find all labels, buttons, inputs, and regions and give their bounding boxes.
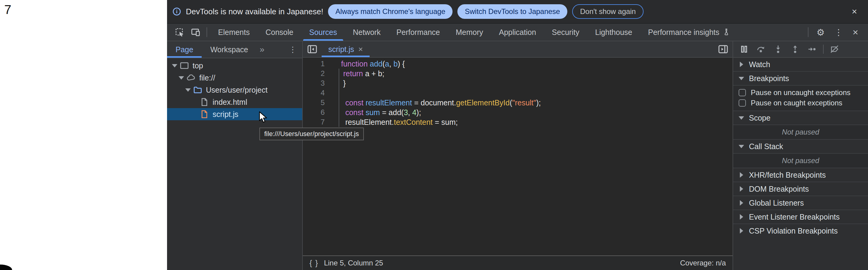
debugger-toolbar xyxy=(733,41,868,58)
debugger-sections: Watch Breakpoints Pause on uncaught exce… xyxy=(733,58,868,270)
section-breakpoints[interactable]: Breakpoints xyxy=(733,71,868,85)
inspect-element-icon[interactable] xyxy=(172,24,188,41)
editor-pane: script.js × 1function add(a, b) { 2 retu… xyxy=(303,41,733,270)
page-indicator: 7 xyxy=(4,2,11,17)
deactivate-breakpoints-icon[interactable] xyxy=(827,42,842,56)
mouse-cursor xyxy=(259,111,268,123)
code-text: function add(a, b) { xyxy=(325,60,405,68)
code-line: 7 resultElement.textContent = sum; xyxy=(303,117,733,127)
section-dom-breakpoints[interactable]: DOM Breakpoints xyxy=(733,182,868,196)
infobar-close-icon[interactable]: × xyxy=(849,6,860,17)
tree-row-top[interactable]: top xyxy=(167,60,302,72)
line-number: 4 xyxy=(303,89,325,97)
editor-tab-close-icon[interactable]: × xyxy=(359,45,363,53)
pause-script-icon[interactable] xyxy=(737,42,751,56)
step-over-icon[interactable] xyxy=(754,42,768,56)
section-global-listeners[interactable]: Global Listeners xyxy=(733,196,868,210)
expand-arrow-icon xyxy=(738,145,745,148)
step-into-icon[interactable] xyxy=(771,42,785,56)
pause-uncaught-exceptions-row[interactable]: Pause on uncaught exceptions xyxy=(733,87,868,98)
editor-tabbar-spacer xyxy=(370,41,714,57)
file-path-tooltip: file:///Users/user/project/script.js xyxy=(259,127,364,140)
js-file-icon xyxy=(200,110,209,119)
section-event-listener-breakpoints[interactable]: Event Listener Breakpoints xyxy=(733,210,868,223)
tab-performance[interactable]: Performance xyxy=(389,24,448,41)
tree-label: file:// xyxy=(199,73,215,82)
collapse-arrow-icon xyxy=(738,186,745,192)
tree-label: Users/user/project xyxy=(206,86,268,94)
expand-arrow-icon xyxy=(738,116,745,120)
section-label: Event Listener Breakpoints xyxy=(749,213,840,221)
section-label: Call Stack xyxy=(749,142,783,151)
section-scope[interactable]: Scope xyxy=(733,111,868,124)
toolbar-divider xyxy=(808,27,808,37)
checkbox-unchecked[interactable] xyxy=(739,99,746,107)
collapse-arrow-icon xyxy=(738,200,745,206)
navigator-toolbar: Page Workspace » ⋮ xyxy=(167,41,302,58)
breakpoints-body: Pause on uncaught exceptions Pause on ca… xyxy=(733,85,868,111)
checkbox-unchecked[interactable] xyxy=(739,89,746,96)
tab-security[interactable]: Security xyxy=(544,24,587,41)
tree-row-file-protocol[interactable]: file:// xyxy=(167,72,302,84)
tree-row-script-js[interactable]: script.js xyxy=(167,108,302,120)
navigator-more-kebab-icon[interactable]: ⋮ xyxy=(283,41,302,58)
section-label: DOM Breakpoints xyxy=(749,185,809,193)
tab-application[interactable]: Application xyxy=(491,24,544,41)
switch-to-japanese-button[interactable]: Switch DevTools to Japanese xyxy=(457,4,567,19)
code-text: return a + b; xyxy=(325,69,384,78)
expand-arrow-icon xyxy=(185,88,191,92)
expand-arrow-icon xyxy=(171,64,178,67)
file-tree: top file:// Users/user/p xyxy=(167,58,302,270)
section-xhr-fetch-breakpoints[interactable]: XHR/fetch Breakpoints xyxy=(733,168,868,182)
code-line: 2 return a + b; xyxy=(303,69,733,78)
tree-row-index-html[interactable]: index.html xyxy=(167,96,302,108)
collapse-navigator-icon[interactable] xyxy=(303,41,322,57)
line-number: 3 xyxy=(303,79,325,87)
tree-label: index.html xyxy=(213,98,247,107)
tab-network[interactable]: Network xyxy=(345,24,389,41)
debugger-sidebar: Watch Breakpoints Pause on uncaught exce… xyxy=(733,41,868,270)
folder-icon xyxy=(193,85,202,94)
tab-sources[interactable]: Sources xyxy=(301,24,345,41)
code-editor[interactable]: 1function add(a, b) { 2 return a + b; 3 … xyxy=(303,58,733,256)
line-number: 5 xyxy=(303,98,325,107)
language-infobar: DevTools is now available in Japanese! A… xyxy=(167,0,868,24)
toggle-device-toolbar-icon[interactable] xyxy=(188,24,204,41)
more-tabs-icon[interactable]: » xyxy=(257,41,268,58)
section-watch[interactable]: Watch xyxy=(733,58,868,71)
code-line: 3 } xyxy=(303,78,733,88)
navigator-tab-page[interactable]: Page xyxy=(167,41,202,58)
step-out-icon[interactable] xyxy=(788,42,802,56)
tab-lighthouse[interactable]: Lighthouse xyxy=(587,24,640,41)
tab-memory[interactable]: Memory xyxy=(448,24,491,41)
file-icon xyxy=(200,97,209,107)
collapse-arrow-icon xyxy=(738,62,745,67)
pretty-print-braces-icon[interactable]: { } xyxy=(309,259,318,268)
editor-tab-script-js[interactable]: script.js × xyxy=(322,41,370,57)
code-text: resultElement.textContent = sum; xyxy=(325,118,458,127)
step-icon[interactable] xyxy=(805,42,819,56)
more-options-kebab-icon[interactable]: ⋮ xyxy=(830,24,848,41)
infobar-message: DevTools is now available in Japanese! xyxy=(186,7,323,17)
code-line: 4 xyxy=(303,88,733,98)
toolbar-divider xyxy=(207,27,207,37)
frame-icon xyxy=(180,61,189,70)
settings-gear-icon[interactable]: ⚙ xyxy=(811,24,830,41)
navigator-tab-workspace[interactable]: Workspace xyxy=(202,41,257,58)
always-match-language-button[interactable]: Always match Chrome's language xyxy=(328,4,453,19)
section-csp-violation-breakpoints[interactable]: CSP Violation Breakpoints xyxy=(733,223,868,238)
section-label: Watch xyxy=(749,60,770,69)
tab-performance-insights[interactable]: Performance insights xyxy=(640,24,739,41)
tab-elements[interactable]: Elements xyxy=(210,24,257,41)
section-call-stack[interactable]: Call Stack xyxy=(733,139,868,153)
dont-show-again-button[interactable]: Don't show again xyxy=(572,4,644,19)
scope-not-paused: Not paused xyxy=(733,124,868,139)
indent-guide-line xyxy=(339,69,339,127)
tree-row-project-folder[interactable]: Users/user/project xyxy=(167,84,302,96)
pause-caught-exceptions-row[interactable]: Pause on caught exceptions xyxy=(733,98,868,108)
collapse-debugger-sidebar-icon[interactable] xyxy=(714,41,733,57)
flask-icon xyxy=(723,28,731,36)
close-devtools-icon[interactable]: × xyxy=(848,24,863,41)
cloud-icon xyxy=(186,73,195,82)
tab-console[interactable]: Console xyxy=(257,24,301,41)
